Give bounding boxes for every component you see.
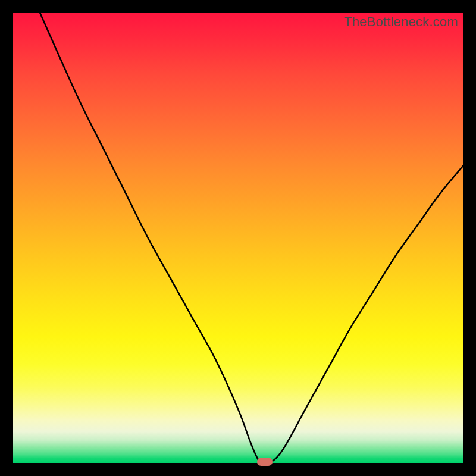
chart-frame: TheBottleneck.com xyxy=(0,0,476,476)
plot-area: TheBottleneck.com xyxy=(13,13,463,463)
optimal-marker xyxy=(257,458,273,466)
bottleneck-curve xyxy=(13,13,463,463)
